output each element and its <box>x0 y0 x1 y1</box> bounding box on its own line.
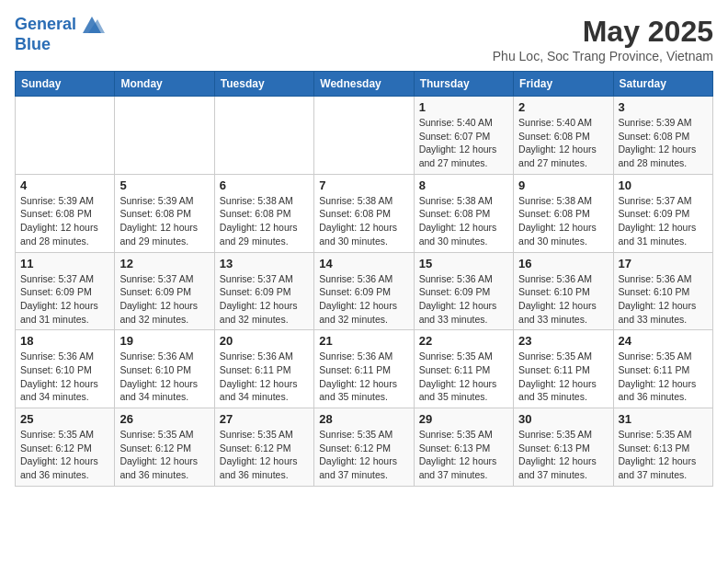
day-info: Sunrise: 5:37 AM Sunset: 6:09 PM Dayligh… <box>619 194 708 248</box>
day-info: Sunrise: 5:35 AM Sunset: 6:12 PM Dayligh… <box>119 428 209 482</box>
day-cell: 31Sunrise: 5:35 AM Sunset: 6:13 PM Dayli… <box>613 408 712 487</box>
day-cell: 11Sunrise: 5:37 AM Sunset: 6:09 PM Dayli… <box>16 252 115 330</box>
day-number: 24 <box>619 334 708 348</box>
day-number: 29 <box>419 412 508 426</box>
day-cell: 20Sunrise: 5:36 AM Sunset: 6:11 PM Dayli… <box>214 330 313 408</box>
logo-blue: Blue <box>15 35 105 54</box>
day-cell: 27Sunrise: 5:35 AM Sunset: 6:12 PM Dayli… <box>214 408 313 487</box>
day-cell: 2Sunrise: 5:40 AM Sunset: 6:08 PM Daylig… <box>514 97 613 175</box>
calendar-body: 1Sunrise: 5:40 AM Sunset: 6:07 PM Daylig… <box>16 97 713 487</box>
day-number: 19 <box>119 334 209 348</box>
day-info: Sunrise: 5:36 AM Sunset: 6:10 PM Dayligh… <box>119 350 209 404</box>
logo-icon <box>79 15 105 35</box>
day-cell: 28Sunrise: 5:35 AM Sunset: 6:12 PM Dayli… <box>314 408 414 487</box>
day-info: Sunrise: 5:39 AM Sunset: 6:08 PM Dayligh… <box>119 194 209 248</box>
day-number: 8 <box>419 178 508 192</box>
page-header: General Blue May 2025 Phu Loc, Soc Trang… <box>15 15 713 63</box>
day-number: 18 <box>20 334 109 348</box>
day-cell: 15Sunrise: 5:36 AM Sunset: 6:09 PM Dayli… <box>414 252 513 330</box>
day-info: Sunrise: 5:38 AM Sunset: 6:08 PM Dayligh… <box>419 194 508 248</box>
week-row-4: 18Sunrise: 5:36 AM Sunset: 6:10 PM Dayli… <box>16 330 713 408</box>
day-cell: 21Sunrise: 5:36 AM Sunset: 6:11 PM Dayli… <box>314 330 414 408</box>
day-number: 2 <box>518 100 608 114</box>
day-info: Sunrise: 5:36 AM Sunset: 6:11 PM Dayligh… <box>319 350 408 404</box>
day-number: 27 <box>220 412 309 426</box>
day-cell: 5Sunrise: 5:39 AM Sunset: 6:08 PM Daylig… <box>115 174 214 252</box>
day-info: Sunrise: 5:36 AM Sunset: 6:10 PM Dayligh… <box>20 350 109 404</box>
day-cell: 17Sunrise: 5:36 AM Sunset: 6:10 PM Dayli… <box>613 252 712 330</box>
day-number: 22 <box>419 334 508 348</box>
day-number: 14 <box>319 257 408 270</box>
month-title: May 2025 <box>493 15 713 49</box>
weekday-sunday: Sunday <box>16 72 115 97</box>
day-number: 20 <box>220 334 309 348</box>
day-cell: 26Sunrise: 5:35 AM Sunset: 6:12 PM Dayli… <box>115 408 214 487</box>
day-info: Sunrise: 5:37 AM Sunset: 6:09 PM Dayligh… <box>220 272 309 327</box>
day-cell: 12Sunrise: 5:37 AM Sunset: 6:09 PM Dayli… <box>115 252 214 330</box>
logo-general: General <box>15 16 76 34</box>
day-info: Sunrise: 5:36 AM Sunset: 6:10 PM Dayligh… <box>619 272 708 327</box>
location: Phu Loc, Soc Trang Province, Vietnam <box>493 49 713 63</box>
day-number: 15 <box>419 257 508 270</box>
day-info: Sunrise: 5:35 AM Sunset: 6:12 PM Dayligh… <box>20 428 109 482</box>
day-number: 9 <box>518 178 608 192</box>
day-cell: 4Sunrise: 5:39 AM Sunset: 6:08 PM Daylig… <box>16 174 115 252</box>
day-number: 25 <box>20 412 109 426</box>
title-block: May 2025 Phu Loc, Soc Trang Province, Vi… <box>493 15 713 63</box>
logo: General Blue <box>15 15 105 54</box>
day-number: 28 <box>319 412 408 426</box>
day-number: 23 <box>518 334 608 348</box>
day-cell: 8Sunrise: 5:38 AM Sunset: 6:08 PM Daylig… <box>414 174 513 252</box>
day-info: Sunrise: 5:36 AM Sunset: 6:09 PM Dayligh… <box>419 272 508 327</box>
day-cell: 13Sunrise: 5:37 AM Sunset: 6:09 PM Dayli… <box>214 252 313 330</box>
day-number: 7 <box>319 178 408 192</box>
day-info: Sunrise: 5:39 AM Sunset: 6:08 PM Dayligh… <box>20 194 109 248</box>
day-number: 30 <box>518 412 608 426</box>
day-info: Sunrise: 5:35 AM Sunset: 6:11 PM Dayligh… <box>619 350 708 404</box>
week-row-2: 4Sunrise: 5:39 AM Sunset: 6:08 PM Daylig… <box>16 174 713 252</box>
day-info: Sunrise: 5:38 AM Sunset: 6:08 PM Dayligh… <box>220 194 309 248</box>
day-number: 6 <box>220 178 309 192</box>
day-number: 11 <box>20 257 109 270</box>
day-cell: 23Sunrise: 5:35 AM Sunset: 6:11 PM Dayli… <box>514 330 613 408</box>
day-cell: 14Sunrise: 5:36 AM Sunset: 6:09 PM Dayli… <box>314 252 414 330</box>
day-info: Sunrise: 5:40 AM Sunset: 6:08 PM Dayligh… <box>518 116 608 170</box>
day-cell <box>16 97 115 175</box>
day-number: 10 <box>619 178 708 192</box>
day-info: Sunrise: 5:38 AM Sunset: 6:08 PM Dayligh… <box>518 194 608 248</box>
week-row-1: 1Sunrise: 5:40 AM Sunset: 6:07 PM Daylig… <box>16 97 713 175</box>
day-number: 16 <box>518 257 608 270</box>
day-info: Sunrise: 5:35 AM Sunset: 6:12 PM Dayligh… <box>319 428 408 482</box>
day-number: 13 <box>220 257 309 270</box>
weekday-header-row: SundayMondayTuesdayWednesdayThursdayFrid… <box>16 72 713 97</box>
day-number: 1 <box>419 100 508 114</box>
day-number: 4 <box>20 178 109 192</box>
day-cell: 16Sunrise: 5:36 AM Sunset: 6:10 PM Dayli… <box>514 252 613 330</box>
day-info: Sunrise: 5:35 AM Sunset: 6:11 PM Dayligh… <box>419 350 508 404</box>
day-info: Sunrise: 5:37 AM Sunset: 6:09 PM Dayligh… <box>20 272 109 327</box>
day-number: 3 <box>619 100 708 114</box>
day-cell: 6Sunrise: 5:38 AM Sunset: 6:08 PM Daylig… <box>214 174 313 252</box>
weekday-tuesday: Tuesday <box>214 72 313 97</box>
day-cell: 1Sunrise: 5:40 AM Sunset: 6:07 PM Daylig… <box>414 97 513 175</box>
day-cell: 24Sunrise: 5:35 AM Sunset: 6:11 PM Dayli… <box>613 330 712 408</box>
day-info: Sunrise: 5:35 AM Sunset: 6:13 PM Dayligh… <box>419 428 508 482</box>
day-number: 31 <box>619 412 708 426</box>
day-cell <box>314 97 414 175</box>
day-cell <box>214 97 313 175</box>
day-number: 12 <box>119 257 209 270</box>
day-cell: 9Sunrise: 5:38 AM Sunset: 6:08 PM Daylig… <box>514 174 613 252</box>
day-info: Sunrise: 5:35 AM Sunset: 6:13 PM Dayligh… <box>619 428 708 482</box>
day-number: 26 <box>119 412 209 426</box>
weekday-saturday: Saturday <box>613 72 712 97</box>
week-row-3: 11Sunrise: 5:37 AM Sunset: 6:09 PM Dayli… <box>16 252 713 330</box>
day-cell: 29Sunrise: 5:35 AM Sunset: 6:13 PM Dayli… <box>414 408 513 487</box>
week-row-5: 25Sunrise: 5:35 AM Sunset: 6:12 PM Dayli… <box>16 408 713 487</box>
day-info: Sunrise: 5:40 AM Sunset: 6:07 PM Dayligh… <box>419 116 508 170</box>
day-cell <box>115 97 214 175</box>
day-cell: 30Sunrise: 5:35 AM Sunset: 6:13 PM Dayli… <box>514 408 613 487</box>
weekday-wednesday: Wednesday <box>314 72 414 97</box>
day-info: Sunrise: 5:37 AM Sunset: 6:09 PM Dayligh… <box>119 272 209 327</box>
day-cell: 22Sunrise: 5:35 AM Sunset: 6:11 PM Dayli… <box>414 330 513 408</box>
day-cell: 25Sunrise: 5:35 AM Sunset: 6:12 PM Dayli… <box>16 408 115 487</box>
